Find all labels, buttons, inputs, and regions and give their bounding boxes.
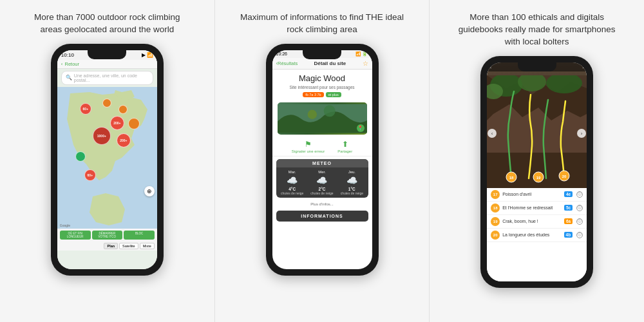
- route-list-item-20: 20 La longueur des études 4b ⓘ: [487, 229, 587, 242]
- tag-grade: fb 7a 3 7b: [303, 92, 323, 97]
- cluster-1[interactable]: 60+: [80, 103, 91, 115]
- tag-more: et plus: [326, 92, 341, 97]
- map-svg: [57, 87, 157, 229]
- toolbar-btn-2[interactable]: DÉMARRER VOTRE ITCO: [92, 231, 123, 240]
- detail-tags: fb 7a 3 7b et plus: [278, 92, 367, 97]
- route-list-item-18: 18 Et l'Homme se redressait 5c ⓘ: [487, 202, 587, 215]
- route-num-17: 17: [491, 190, 500, 199]
- route-17-label: 17: [493, 193, 498, 196]
- toolbar-btn-1[interactable]: OÙ ET FIN LONGUEUR: [60, 231, 91, 240]
- guide-back-arrow[interactable]: ‹: [489, 64, 491, 70]
- route-list-item-19: 19 Crak, boom, hue ! 6a ⓘ: [487, 215, 587, 229]
- panel3-title: More than 100 ethicals and digitals guid…: [453, 12, 621, 48]
- detail-time: 10:26: [276, 52, 288, 56]
- cluster-7[interactable]: 200+: [117, 133, 131, 147]
- phone-notch-3: [518, 62, 556, 71]
- route-18-name: Et l'Homme se redressait: [502, 205, 562, 210]
- panel-map: More than 7000 outdoor rock climbing are…: [0, 0, 215, 322]
- svg-text:›: ›: [581, 131, 583, 137]
- cluster-9[interactable]: 60+: [84, 169, 96, 181]
- svg-text:20: 20: [562, 175, 567, 178]
- route-18-info[interactable]: ⓘ: [576, 205, 583, 211]
- route-19-grade: 6a: [564, 218, 573, 224]
- site-name: Magic Wood: [278, 73, 367, 83]
- day2-desc: chutes de neige: [307, 191, 337, 195]
- map-screen: 10:10 Carte ▶ 📶 ‹ Retour 🔍 Une adresse, …: [57, 50, 157, 269]
- route-19-label: 19: [493, 220, 498, 223]
- route-17-grade: 4e: [564, 191, 573, 197]
- image-location-pin: 📍: [357, 124, 365, 132]
- day1-temp: 4°C: [278, 187, 307, 191]
- map-status-icons: ▶ 📶: [142, 52, 153, 58]
- map-search-bar[interactable]: 🔍 Une adresse, une ville, un code postal…: [61, 71, 153, 85]
- day3-desc: chutes de neige: [337, 191, 366, 195]
- info-button[interactable]: INFORMATIONS: [276, 211, 368, 222]
- cluster-6[interactable]: 1000+: [93, 127, 111, 145]
- svg-text:19: 19: [536, 176, 541, 180]
- route-20-grade: 4b: [564, 232, 573, 238]
- phone-screen-1: 10:10 Carte ▶ 📶 ‹ Retour 🔍 Une adresse, …: [57, 50, 157, 269]
- map-view-buttons: Plan Satellite Mixte: [57, 242, 157, 251]
- cluster-5[interactable]: [128, 118, 140, 129]
- action-share[interactable]: ⬆ Partager: [337, 140, 352, 153]
- map-time: 10:10: [61, 52, 74, 58]
- route-19-name: Crak, boom, hue !: [502, 219, 562, 223]
- map-search-placeholder: Une adresse, une ville, un code postal..…: [74, 73, 149, 82]
- route-num-20: 20: [491, 231, 500, 240]
- location-button[interactable]: ⊕: [144, 186, 155, 196]
- map-toolbar: OÙ ET FIN LONGUEUR DÉMARRER VOTRE ITCO B…: [57, 229, 157, 242]
- more-info-link[interactable]: Plus d'infos...: [272, 200, 372, 208]
- route-num-18: 18: [491, 204, 500, 213]
- meteo-day-1: Mar. ☁️ 4°C chutes de neige: [278, 170, 307, 195]
- svg-text:18: 18: [509, 176, 514, 180]
- cluster-8[interactable]: [75, 151, 86, 162]
- day3-icon: ☁️: [337, 175, 366, 185]
- map-back-label[interactable]: Retour: [65, 61, 80, 67]
- route-20-info[interactable]: ⓘ: [576, 232, 583, 238]
- star-icon[interactable]: ☆: [363, 60, 368, 67]
- action-report[interactable]: ⚑ Signaler une erreur: [292, 140, 325, 153]
- day1-desc: chutes de neige: [278, 191, 307, 195]
- site-image-svg: [278, 102, 367, 135]
- cluster-3[interactable]: [118, 105, 128, 114]
- svg-point-2: [307, 109, 316, 118]
- day3-temp: 1°C: [337, 187, 366, 191]
- panel1-title: More than 7000 outdoor rock climbing are…: [23, 12, 191, 36]
- route-20-name: La longueur des études: [502, 232, 561, 237]
- site-subtitle: Site intéressant pour ses passages: [278, 85, 367, 90]
- day2-name: Mer.: [307, 170, 337, 174]
- detail-title-section: Magic Wood Site intéressant pour ses pas…: [272, 70, 372, 102]
- route-17-info[interactable]: ⓘ: [576, 191, 583, 198]
- meteo-day-3: Jeu. ☁️ 1°C chutes de neige: [337, 170, 366, 195]
- day3-name: Jeu.: [337, 170, 366, 174]
- cluster-2[interactable]: [102, 99, 111, 108]
- route-svg: 18 19 20 ‹ ›: [487, 75, 587, 188]
- detail-back-btn[interactable]: ‹ Résultats: [276, 61, 298, 66]
- route-list: 17 Poisson d'avril 4e ⓘ 18 Et l'Homme se…: [487, 188, 587, 281]
- meteo-days: Mar. ☁️ 4°C chutes de neige Mer. ☁️ 2°C …: [276, 167, 368, 198]
- toolbar-btn-3[interactable]: BLOC: [124, 231, 155, 240]
- google-label: Google: [60, 223, 70, 227]
- cluster-4[interactable]: 200+: [110, 116, 124, 130]
- route-18-label: 18: [493, 206, 498, 210]
- phone-screen-3: ‹ ›: [487, 62, 587, 281]
- phone-screen-2: 10:26 📶 🔋 ‹ Résultats Détail du site ☆ M…: [272, 50, 372, 269]
- view-btn-mixte[interactable]: Mixte: [140, 243, 155, 249]
- day2-icon: ☁️: [307, 175, 337, 185]
- phone-notch-1: [88, 50, 126, 59]
- view-btn-satellite[interactable]: Satellite: [119, 243, 138, 249]
- day1-name: Mar.: [278, 170, 307, 174]
- route-20-label: 20: [493, 233, 498, 237]
- route-18-grade: 5c: [564, 205, 573, 211]
- detail-screen: 10:26 📶 🔋 ‹ Résultats Détail du site ☆ M…: [272, 50, 372, 269]
- detail-nav: ‹ Résultats Détail du site ☆: [272, 58, 372, 70]
- route-list-item-17: 17 Poisson d'avril 4e ⓘ: [487, 188, 587, 202]
- view-btn-plan[interactable]: Plan: [104, 243, 118, 249]
- meteo-title: METEO: [276, 159, 368, 167]
- map-body: 60+ 200+ 1000+ 200+ 60+ ⊕ Google: [57, 87, 157, 229]
- guide-forward-arrow[interactable]: ›: [582, 64, 584, 70]
- meteo-day-2: Mer. ☁️ 2°C chutes de neige: [307, 170, 337, 195]
- route-19-info[interactable]: ⓘ: [576, 218, 583, 225]
- panel-guidebook: More than 100 ethicals and digitals guid…: [430, 0, 644, 322]
- meteo-section: METEO Mar. ☁️ 4°C chutes de neige Mer. ☁…: [276, 159, 368, 198]
